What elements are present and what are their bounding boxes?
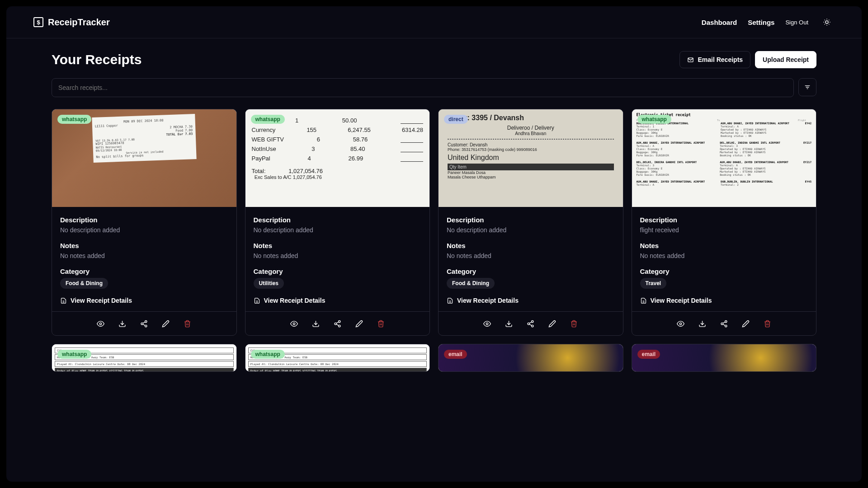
source-badge: email [444, 350, 467, 359]
description-value: flight received [640, 226, 808, 234]
delete-button[interactable] [761, 317, 774, 330]
eye-icon [290, 320, 298, 328]
svg-point-44 [725, 320, 726, 322]
view-button[interactable] [288, 317, 300, 330]
svg-point-45 [721, 323, 723, 324]
filter-icon [804, 84, 811, 91]
svg-line-38 [529, 324, 532, 325]
view-details-label: View Receipt Details [651, 297, 712, 304]
receipts-grid: MON 09 DEC 2024 18:08 LE111 Copper 2 MOC… [52, 109, 816, 372]
sign-out-link[interactable]: Sign Out [785, 19, 808, 26]
svg-line-3 [825, 20, 825, 20]
trash-icon [184, 320, 191, 328]
svg-line-48 [723, 322, 725, 323]
svg-point-37 [532, 325, 533, 327]
nav-dashboard[interactable]: Dashboard [702, 19, 737, 26]
view-details-link[interactable]: View Receipt Details [640, 297, 808, 304]
view-details-label: View Receipt Details [264, 297, 326, 304]
nav-settings[interactable]: Settings [748, 19, 774, 26]
receipt-thumbnail[interactable]: Electronic ticket receipt FromToFlight D… [632, 109, 816, 207]
edit-button[interactable] [546, 317, 559, 330]
download-icon [312, 320, 320, 328]
receipt-thumbnail[interactable]: email [439, 344, 623, 371]
share-button[interactable] [138, 317, 151, 330]
edit-button[interactable] [160, 317, 172, 330]
page-header: Your Receipts Email Receipts Upload Rece… [52, 51, 816, 68]
pencil-icon [548, 320, 556, 328]
nav-right-group: Dashboard Settings Sign Out [702, 14, 835, 30]
card-body: Description No description added Notes N… [245, 207, 430, 311]
svg-point-42 [679, 323, 681, 324]
notes-label: Notes [254, 242, 422, 249]
category-pill: Food & Dining [60, 278, 108, 289]
view-button[interactable] [94, 317, 107, 330]
svg-line-29 [336, 324, 339, 325]
notes-label: Notes [60, 242, 228, 249]
edit-button[interactable] [353, 317, 365, 330]
receipt-card: email [438, 344, 623, 372]
svg-point-19 [145, 325, 147, 327]
source-badge: email [637, 350, 660, 359]
delete-button[interactable] [374, 317, 387, 330]
download-button[interactable] [696, 317, 708, 330]
eye-icon [483, 320, 491, 328]
receipt-card: CUP Home Team: Liverpool Away Team: ESB … [52, 344, 237, 372]
receipt-image-content [632, 344, 816, 371]
share-button[interactable] [717, 317, 730, 330]
source-badge: whatsapp [251, 115, 285, 124]
receipt-card: 150.00 Currency1556,247.556314.28 WEB GI… [245, 109, 430, 336]
download-button[interactable] [116, 317, 129, 330]
share-button[interactable] [524, 317, 537, 330]
mail-icon [687, 56, 694, 63]
view-button[interactable] [481, 317, 494, 330]
svg-point-17 [145, 320, 147, 322]
share-button[interactable] [331, 317, 344, 330]
document-icon [60, 297, 67, 304]
receipt-thumbnail[interactable]: CUP Home Team: Liverpool Away Team: ESB … [52, 344, 236, 371]
download-button[interactable] [309, 317, 322, 330]
brand-name: ReceipTracker [48, 17, 110, 28]
main-content: Your Receipts Email Receipts Upload Rece… [6, 38, 862, 482]
download-icon [118, 320, 126, 328]
receipt-thumbnail[interactable]: email [632, 344, 816, 371]
view-details-link[interactable]: View Receipt Details [447, 297, 615, 304]
filter-button[interactable] [798, 78, 816, 96]
notes-value: No notes added [447, 252, 615, 259]
receipt-thumbnail[interactable]: MON 09 DEC 2024 18:08 LE111 Copper 2 MOC… [52, 109, 236, 207]
document-icon [254, 297, 260, 304]
view-details-link[interactable]: View Receipt Details [60, 297, 228, 304]
upload-receipt-label: Upload Receipt [763, 56, 809, 63]
theme-toggle[interactable] [819, 14, 835, 30]
delete-button[interactable] [568, 317, 580, 330]
receipt-thumbnail[interactable]: Order: 3395 / Devansh Deliveroo / Delive… [439, 109, 623, 207]
description-value: No description added [447, 226, 615, 234]
source-badge: whatsapp [637, 115, 671, 124]
card-footer [439, 311, 623, 335]
receipt-card: Order: 3395 / Devansh Deliveroo / Delive… [438, 109, 623, 336]
source-badge: direct [444, 115, 468, 124]
category-pill: Travel [640, 278, 667, 289]
download-button[interactable] [503, 317, 515, 330]
brand-logo[interactable]: $ ReceipTracker [33, 17, 110, 28]
upload-receipt-button[interactable]: Upload Receipt [755, 51, 816, 68]
edit-button[interactable] [739, 317, 752, 330]
category-label: Category [254, 267, 422, 275]
eye-icon [677, 320, 684, 328]
pencil-icon [742, 320, 750, 328]
app-frame: $ ReceipTracker Dashboard Settings Sign … [6, 6, 862, 482]
view-details-link[interactable]: View Receipt Details [254, 297, 422, 304]
delete-button[interactable] [181, 317, 194, 330]
receipt-thumbnail[interactable]: CUP Home Team: Liverpool Away Team: ESB … [245, 344, 430, 371]
trash-icon [570, 320, 578, 328]
svg-point-24 [293, 323, 295, 324]
svg-point-27 [335, 323, 336, 324]
category-label: Category [640, 267, 808, 275]
view-button[interactable] [674, 317, 687, 330]
email-receipts-button[interactable]: Email Receipts [679, 51, 750, 68]
svg-point-15 [100, 323, 102, 324]
notes-value: No notes added [60, 252, 228, 259]
search-input[interactable] [52, 78, 794, 97]
top-navigation: $ ReceipTracker Dashboard Settings Sign … [6, 6, 862, 38]
svg-point-18 [141, 323, 143, 324]
receipt-thumbnail[interactable]: 150.00 Currency1556,247.556314.28 WEB GI… [245, 109, 430, 207]
